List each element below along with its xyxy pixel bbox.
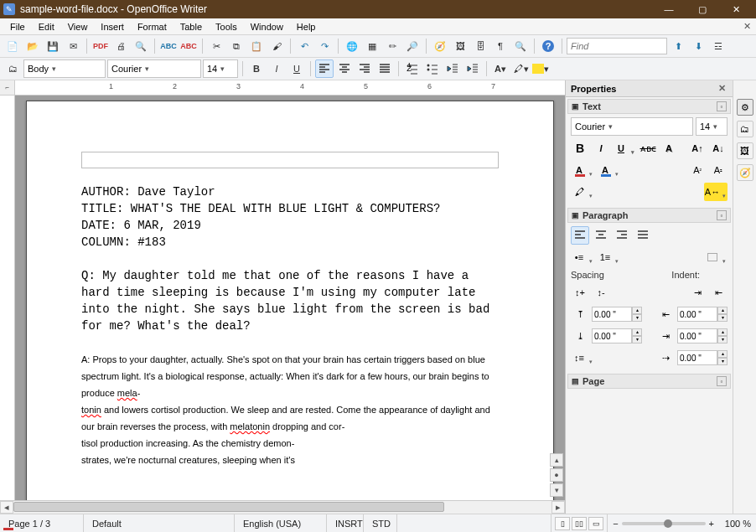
spin-up[interactable]: ▴ <box>632 307 642 314</box>
prop-align-left-button[interactable] <box>571 226 589 245</box>
print-button[interactable]: 🖨 <box>111 37 130 55</box>
menu-table[interactable]: Table <box>173 20 209 34</box>
scroll-left-button[interactable]: ◂ <box>0 501 13 514</box>
status-language[interactable]: English (USA) <box>235 514 327 532</box>
horizontal-ruler[interactable]: 1 2 3 4 5 6 7 <box>15 80 565 96</box>
horizontal-scrollbar[interactable]: ◂ ▸ <box>0 500 565 514</box>
spin-up[interactable]: ▴ <box>717 350 728 358</box>
indent-right-input[interactable] <box>677 328 717 343</box>
menu-help[interactable]: Help <box>290 20 323 34</box>
datasources-button[interactable]: 🗄 <box>471 37 489 55</box>
spacing-below-input[interactable] <box>592 328 632 343</box>
open-button[interactable]: 📂 <box>23 37 42 55</box>
spacing-above-input[interactable] <box>592 307 632 322</box>
menu-edit[interactable]: Edit <box>32 20 61 34</box>
scroll-right-button[interactable]: ▸ <box>551 501 565 514</box>
section-page-header[interactable]: ▤Page▫ <box>567 374 731 389</box>
prop-align-center-button[interactable] <box>592 226 610 245</box>
font-color-button[interactable]: A▾ <box>491 59 510 78</box>
indent-firstline-input[interactable] <box>677 350 717 365</box>
document-page[interactable]: AUTHOR: Dave Taylor TITLE: WHAT'S THE DE… <box>26 101 554 500</box>
doc-line[interactable] <box>81 251 499 267</box>
doc-line[interactable]: COLUMN: #183 <box>81 234 499 251</box>
section-text-header[interactable]: ▣Text▫ <box>567 99 731 114</box>
show-draw-button[interactable]: ✏ <box>383 37 401 55</box>
restore-icon[interactable]: ▫ <box>717 376 727 386</box>
underline-button[interactable]: U <box>287 59 306 78</box>
prop-space-inc-button[interactable]: ↕+ <box>571 283 589 302</box>
justify-button[interactable] <box>375 59 394 78</box>
line-spacing-button[interactable]: ↕≡▾ <box>571 349 594 367</box>
doc-line[interactable]: DATE: 6 MAR, 2019 <box>81 217 499 234</box>
section-paragraph-header[interactable]: ▣Paragraph▫ <box>567 208 731 223</box>
prop-super-button[interactable]: A² <box>688 161 707 179</box>
format-paintbrush-button[interactable]: 🖌 <box>267 37 286 55</box>
prop-underline-button[interactable]: U▾ <box>613 139 636 158</box>
nav-prev-button[interactable]: ▴ <box>550 453 563 467</box>
zoom-out-button[interactable]: − <box>613 519 618 529</box>
outdent-button[interactable] <box>443 59 462 78</box>
spin-down[interactable]: ▾ <box>632 314 642 322</box>
restore-icon[interactable]: ▫ <box>717 101 727 111</box>
zoom-value[interactable]: 100 % <box>717 519 751 529</box>
vertical-ruler[interactable] <box>0 96 15 500</box>
italic-button[interactable]: I <box>267 59 286 78</box>
spin-down[interactable]: ▾ <box>717 358 728 365</box>
doc-line[interactable]: TITLE: WHAT'S THE DEAL WITH BLUE LIGHT &… <box>81 200 499 217</box>
indent-button[interactable] <box>463 59 482 78</box>
find-input[interactable] <box>567 38 667 54</box>
prop-bullets-button[interactable]: •≡▾ <box>571 248 594 266</box>
prop-highlight2-button[interactable]: 🖍▾ <box>571 183 594 201</box>
nav-select-button[interactable]: ● <box>550 468 563 482</box>
indent-left-input[interactable] <box>677 307 717 322</box>
pdf-button[interactable]: PDF <box>91 37 110 55</box>
new-button[interactable]: 📄 <box>3 37 22 55</box>
bullets-button[interactable] <box>423 59 442 78</box>
spin-down[interactable]: ▾ <box>717 314 728 322</box>
status-style[interactable]: Default <box>84 514 235 532</box>
align-right-button[interactable] <box>355 59 374 78</box>
prop-grow-button[interactable]: A↑ <box>688 139 707 158</box>
paragraph-style-dropdown[interactable]: Body▾ <box>23 59 106 78</box>
autospell-button[interactable]: ABC <box>179 37 198 55</box>
doc-close-button[interactable]: ✕ <box>741 20 753 32</box>
prop-numbering-button[interactable]: 1≡▾ <box>597 248 620 266</box>
prop-sub-button[interactable]: A₂ <box>709 161 728 179</box>
background-color-button[interactable]: ▾ <box>531 59 550 78</box>
prop-spacing-button[interactable]: A↔▾ <box>704 183 728 201</box>
help-button[interactable]: ? <box>539 37 557 55</box>
view-single-button[interactable]: ▯ <box>555 517 570 530</box>
prop-indent-inc-button[interactable]: ⇥ <box>688 283 707 302</box>
menu-format[interactable]: Format <box>131 20 173 34</box>
prop-italic-button[interactable]: I <box>592 139 610 158</box>
status-insert[interactable]: INSRT <box>327 514 364 532</box>
font-size-dropdown[interactable]: 14▾ <box>203 59 238 78</box>
status-selection[interactable]: STD <box>364 514 397 532</box>
prop-align-right-button[interactable] <box>613 226 631 245</box>
menu-view[interactable]: View <box>61 20 95 34</box>
maximize-button[interactable]: ▢ <box>686 0 719 18</box>
menu-insert[interactable]: Insert <box>94 20 131 34</box>
table-button[interactable]: ▦ <box>363 37 381 55</box>
paste-button[interactable]: 📋 <box>247 37 266 55</box>
page-viewport[interactable]: AUTHOR: Dave Taylor TITLE: WHAT'S THE DE… <box>15 96 565 500</box>
doc-paragraph[interactable]: A: Props to your daughter, actually. She… <box>81 351 499 468</box>
nav-next-button[interactable]: ▾ <box>550 483 563 497</box>
prop-indent-dec-button[interactable]: ⇤ <box>709 283 728 302</box>
navigator-button[interactable]: 🧭 <box>431 37 449 55</box>
close-button[interactable]: ✕ <box>719 0 753 18</box>
find-next-button[interactable]: ⬇ <box>689 37 707 55</box>
view-multi-button[interactable]: ▯▯ <box>572 517 587 530</box>
zoom-button[interactable]: 🔍 <box>511 37 530 55</box>
numbering-button[interactable]: 12 <box>403 59 422 78</box>
find-all-button[interactable]: ☲ <box>709 37 728 55</box>
highlight-button[interactable]: 🖍▾ <box>511 59 530 78</box>
save-button[interactable]: 💾 <box>44 37 62 55</box>
bold-button[interactable]: B <box>247 59 266 78</box>
restore-icon[interactable]: ▫ <box>717 210 727 220</box>
prop-bold-button[interactable]: B <box>571 139 589 158</box>
preview-button[interactable]: 🔍 <box>132 37 150 55</box>
scroll-thumb[interactable] <box>13 502 444 512</box>
prop-space-dec-button[interactable]: ↕- <box>592 283 610 302</box>
nonprinting-button[interactable]: ¶ <box>491 37 510 55</box>
